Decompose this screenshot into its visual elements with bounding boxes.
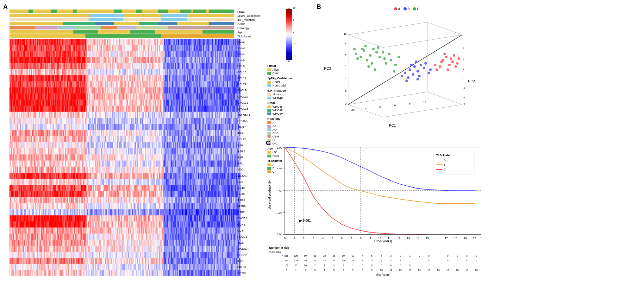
- risk-x-1: 1: [295, 269, 297, 272]
- risk-x-20: 20: [475, 269, 478, 272]
- survival-svg: Survival probability Time(years) 1.00: [266, 139, 503, 285]
- gene-label-CD40: CD40: [237, 186, 245, 189]
- svg-point-20: [415, 61, 417, 63]
- risk-c-9: 0: [371, 264, 372, 267]
- risk-x-3: 3: [314, 269, 316, 272]
- age-lt50-3: [155, 30, 203, 34]
- x-tick-8: 8: [360, 237, 361, 240]
- survival-legend-a: A: [444, 158, 446, 162]
- annot-label-idh: IDH_mutation: [237, 18, 255, 22]
- colorbar-5: 5: [293, 18, 297, 21]
- annot-label-tls: TLScluster: [237, 35, 251, 38]
- svg-point-14: [434, 64, 436, 66]
- hist-aoa-label: AOA: [272, 131, 278, 135]
- gene-label-GFI1: GFI1: [237, 162, 244, 165]
- pc2-tick-4: 4: [463, 58, 464, 61]
- y-tick-75: 0.75: [277, 168, 282, 171]
- pc1-tick-0: 0: [394, 104, 396, 107]
- risk-a-3: 51: [314, 254, 316, 257]
- colorbar-mid-label: 0: [288, 60, 289, 63]
- risk-b-4: 33: [323, 259, 326, 262]
- y-tick-50: 0.50: [277, 189, 282, 193]
- y-tick-100: 1.00: [277, 146, 282, 149]
- histology-legend-title: Histology: [267, 117, 315, 120]
- risk-x-17: 17: [447, 269, 449, 272]
- x-tick-4: 4: [322, 237, 323, 240]
- pc3-tick-2: 2: [345, 77, 347, 80]
- gene-label-TRAF6: TRAF6: [237, 125, 247, 129]
- pc1-tick-5: 5: [409, 102, 411, 105]
- pc3-tick-0: 0: [345, 90, 347, 93]
- risk-b-9: 5: [371, 259, 372, 262]
- pc3-tick-10: 10: [344, 33, 347, 35]
- gene-label-CD4: CD4: [237, 229, 243, 232]
- grade-who4-swatch: [267, 112, 271, 115]
- gene-label-TNFRSF17: TNFRSF17: [237, 113, 252, 116]
- x-tick-0: 0: [284, 237, 285, 240]
- pca-x-label: PC1: [389, 124, 396, 127]
- svg-point-31: [429, 68, 432, 71]
- survival-legend-c: C: [444, 168, 446, 171]
- grade-who4-item: WHO IV: [267, 112, 315, 115]
- fustat-dead-8: [193, 10, 206, 13]
- scatter-cluster-c: [353, 45, 400, 73]
- gene-label-CSF2: CSF2: [237, 211, 245, 214]
- grade-legend-title: Grade: [267, 101, 315, 105]
- fustat-dead-item: Dead: [267, 72, 315, 75]
- x-tick-12: 12: [397, 237, 400, 240]
- svg-point-9: [453, 54, 455, 57]
- fustat-legend: Fustat Alive Dead: [267, 64, 315, 75]
- colorbar: [286, 9, 292, 60]
- risk-a-20: 0: [476, 254, 477, 257]
- svg-point-35: [372, 48, 375, 50]
- risk-x-0: 0: [286, 269, 287, 272]
- gene-label-CCL3: CCL3: [237, 46, 245, 49]
- svg-point-37: [375, 51, 378, 54]
- svg-point-21: [418, 75, 421, 77]
- grade-legend: Grade WHO II WHO III WHO IV: [267, 101, 315, 115]
- risk-x-14: 14: [418, 269, 421, 272]
- grade-who3-label: WHO III: [272, 109, 283, 112]
- box-bottom: [348, 92, 462, 117]
- x-tick-18: 18: [454, 237, 457, 240]
- scatter-cluster-a: [434, 53, 460, 71]
- non-codel-label: Non-Codel: [272, 84, 286, 87]
- hist-a2: [101, 26, 117, 29]
- annot-label-fustat: Fustat: [237, 10, 246, 13]
- x-tick-1: 1: [293, 237, 295, 240]
- gene-label-CCL20: CCL20: [237, 137, 246, 141]
- svg-point-18: [420, 64, 422, 66]
- svg-point-16: [416, 70, 419, 73]
- risk-x-16: 16: [437, 269, 440, 272]
- fustat-legend-title: Fustat: [267, 64, 315, 67]
- fustat-alive-label: Alive: [272, 68, 279, 71]
- risk-a-15: 0: [428, 254, 429, 257]
- risk-x-11: 11: [390, 269, 392, 272]
- idh-wildtype-item: Wildtype: [267, 96, 315, 99]
- x-tick-3: 3: [312, 237, 314, 240]
- gene-label-IL2RA: IL2RA: [237, 199, 245, 202]
- pca-svg: A B C: [316, 3, 481, 130]
- x-tick-17: 17: [445, 237, 448, 240]
- grade-who2-item: WHO II: [267, 105, 315, 108]
- gene-label-CD5: CD5: [237, 180, 243, 183]
- idh-mutant-label: Mutant: [272, 93, 281, 96]
- box-top: [348, 22, 462, 48]
- pc2-tick-n6: -6: [463, 102, 465, 105]
- x-tick-5: 5: [331, 237, 333, 240]
- gene-label-IGSF6: IGSF6: [237, 205, 246, 208]
- hist-gbm-item: GBM: [267, 135, 315, 138]
- risk-b-15: 0: [428, 259, 429, 262]
- svg-point-44: [361, 48, 364, 50]
- risk-b-12: 2: [400, 259, 401, 262]
- idh-legend-title: IDH_mutation: [267, 89, 315, 92]
- risk-b-11: 3: [390, 259, 391, 262]
- risk-a-18: 0: [457, 254, 458, 257]
- svg-point-24: [407, 76, 410, 79]
- risk-b-17: 0: [447, 259, 448, 262]
- pca-y-label: PC2: [468, 79, 475, 83]
- gene-label-CCL19: CCL19: [237, 77, 246, 80]
- risk-time-label: Time(years): [375, 273, 391, 276]
- pc2-tick-n4: -4: [463, 96, 465, 99]
- right-panel: 10 0 10 5 0 -5 -10: [263, 3, 641, 291]
